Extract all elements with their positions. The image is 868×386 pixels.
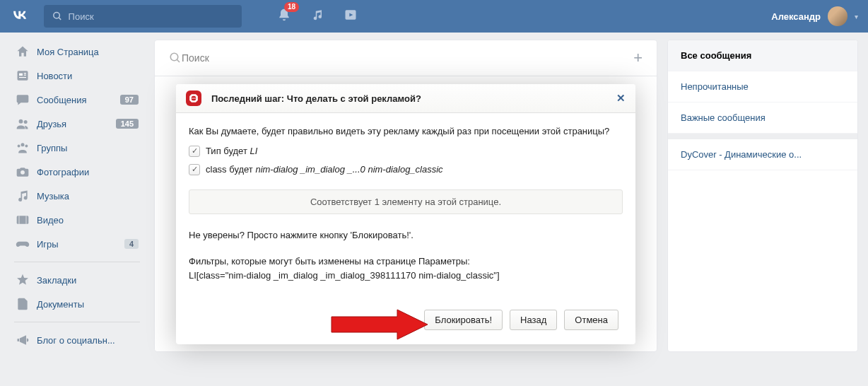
dialog-title: Последний шаг: Что делать с этой рекламо… — [211, 93, 421, 104]
tab-dycover[interactable]: DyCover - Динамические о... — [668, 134, 857, 170]
dialog-header: Последний шаг: Что делать с этой рекламо… — [176, 84, 635, 113]
music-icon — [16, 189, 30, 203]
chat-icon — [16, 93, 30, 107]
sidebar-item-label: Новости — [37, 71, 72, 81]
svg-point-13 — [20, 170, 25, 175]
notifications-icon[interactable]: 18 — [277, 8, 291, 25]
new-message-button[interactable]: + — [633, 49, 643, 67]
sidebar-item-messages[interactable]: Сообщения 97 — [10, 88, 144, 112]
center-search-placeholder: Поиск — [182, 52, 633, 64]
match-count-box: Соответствует 1 элементу на этой страниц… — [189, 189, 623, 214]
sidebar-item-groups[interactable]: Группы — [10, 136, 144, 160]
sidebar-item-blog[interactable]: Блог о социальн... — [10, 328, 144, 352]
tab-all-messages[interactable]: Все сообщения — [668, 40, 857, 71]
svg-point-9 — [24, 120, 28, 124]
adblock-dialog: Последний шаг: Что делать с этой рекламо… — [176, 84, 635, 344]
header-search-box[interactable] — [44, 5, 242, 28]
video-icon — [16, 213, 30, 227]
sidebar-item-video[interactable]: Видео — [10, 208, 144, 232]
header-search-input[interactable] — [69, 11, 233, 22]
chk-em: LI — [250, 146, 257, 156]
play-header-icon[interactable] — [344, 8, 358, 25]
stop-sign-icon — [186, 90, 201, 106]
svg-rect-4 — [19, 74, 23, 76]
tab-important[interactable]: Важные сообщения — [668, 103, 857, 134]
username-label: Александр — [771, 11, 821, 22]
right-panel: Все сообщения Непрочитанные Важные сообщ… — [667, 40, 858, 352]
music-header-icon[interactable] — [311, 8, 324, 24]
back-button[interactable]: Назад — [510, 310, 557, 330]
news-icon — [16, 69, 30, 83]
tab-unread[interactable]: Непрочитанные — [668, 71, 857, 103]
red-arrow-icon — [330, 308, 429, 341]
sidebar-item-news[interactable]: Новости — [10, 64, 144, 88]
sidebar-item-label: Друзья — [37, 119, 66, 129]
sidebar-item-music[interactable]: Музыка — [10, 184, 144, 208]
sidebar-item-friends[interactable]: Друзья 145 — [10, 112, 144, 136]
svg-point-10 — [21, 143, 25, 146]
notif-badge: 18 — [284, 2, 299, 12]
left-sidebar: Моя Страница Новости Сообщения 97 Друзья… — [10, 40, 144, 352]
home-icon — [16, 45, 30, 59]
bullhorn-icon — [16, 333, 30, 347]
sidebar-item-label: Моя Страница — [37, 47, 99, 57]
svg-point-8 — [19, 119, 23, 124]
vk-logo-icon[interactable] — [10, 5, 30, 28]
chk-label: class будет — [206, 164, 255, 175]
sidebar-item-label: Документы — [37, 299, 84, 310]
sidebar-item-label: Блог о социальн... — [37, 335, 115, 346]
sidebar-item-photos[interactable]: Фотографии — [10, 160, 144, 184]
svg-point-17 — [170, 53, 178, 61]
sidebar-item-label: Игры — [37, 239, 59, 250]
svg-line-18 — [177, 59, 180, 62]
svg-point-12 — [25, 145, 28, 148]
doc-icon — [16, 297, 30, 311]
user-menu[interactable]: Александр ▾ — [771, 6, 858, 26]
sidebar-badge: 97 — [120, 95, 139, 105]
sidebar-item-label: Закладки — [37, 275, 76, 286]
avatar — [828, 6, 848, 26]
svg-rect-14 — [17, 216, 29, 224]
svg-point-11 — [18, 145, 20, 148]
checkbox-icon[interactable]: ✓ — [189, 164, 200, 175]
center-search-bar[interactable]: Поиск + — [155, 40, 657, 76]
gamepad-icon — [16, 237, 30, 251]
sidebar-separator — [14, 262, 140, 262]
svg-point-0 — [54, 13, 60, 19]
chk-em: nim-dialog _im_dialog _...0 nim-dialog_c… — [255, 164, 442, 175]
sidebar-item-label: Видео — [37, 215, 64, 226]
center-panel: Поиск + Последний шаг: Что делать с этой… — [154, 40, 657, 352]
sidebar-badge: 145 — [116, 119, 139, 129]
sidebar-item-documents[interactable]: Документы — [10, 292, 144, 316]
search-icon — [52, 11, 63, 22]
sidebar-badge: 4 — [124, 239, 139, 249]
dialog-question: Как Вы думаете, будет правильно видеть э… — [189, 124, 623, 139]
close-icon[interactable]: ✕ — [616, 92, 626, 105]
friends-icon — [16, 117, 30, 131]
camera-icon — [16, 165, 30, 179]
svg-line-1 — [59, 18, 61, 20]
sidebar-item-profile[interactable]: Моя Страница — [10, 40, 144, 64]
svg-rect-16 — [25, 216, 27, 224]
sidebar-item-games[interactable]: Игры 4 — [10, 232, 144, 256]
unsure-text: Не уверены? Просто нажмите кнопку 'Блоки… — [189, 230, 623, 240]
checkbox-row-class[interactable]: ✓ class будет nim-dialog _im_dialog _...… — [189, 164, 623, 175]
filters-text: Фильтры, которые могут быть изменены на … — [189, 255, 623, 283]
sidebar-item-bookmarks[interactable]: Закладки — [10, 268, 144, 292]
search-icon — [169, 52, 182, 64]
chevron-down-icon: ▾ — [855, 13, 858, 21]
sidebar-item-label: Фотографии — [37, 167, 89, 177]
top-header: 18 Александр ▾ — [0, 0, 868, 33]
sidebar-separator — [14, 322, 140, 322]
sidebar-item-label: Сообщения — [37, 95, 87, 105]
sidebar-item-label: Группы — [37, 143, 67, 153]
checkbox-icon[interactable]: ✓ — [189, 146, 200, 157]
cancel-button[interactable]: Отмена — [564, 310, 618, 330]
block-button[interactable]: Блокировать! — [424, 310, 503, 330]
chk-label: Тип будет — [206, 146, 250, 156]
checkbox-row-type[interactable]: ✓ Тип будет LI — [189, 146, 623, 157]
star-icon — [16, 273, 30, 287]
sidebar-item-label: Музыка — [37, 191, 69, 201]
groups-icon — [16, 141, 30, 155]
svg-rect-15 — [18, 216, 20, 224]
